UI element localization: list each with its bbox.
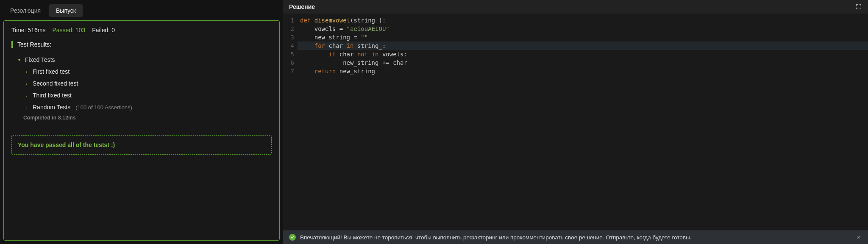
close-icon[interactable]: × <box>855 234 862 241</box>
stat-passed: Passed: 103 <box>52 27 85 33</box>
tree-item-label: Random Tests <box>33 104 70 111</box>
editor-panel: Решение 1234567 def disemvowel(string_):… <box>283 0 868 244</box>
editor-title: Решение <box>289 3 315 10</box>
chevron-right-icon: › <box>24 69 29 74</box>
line-gutter: 1234567 <box>283 14 298 244</box>
stat-time: Time: 516ms <box>11 27 45 33</box>
stat-failed: Failed: 0 <box>92 27 115 33</box>
tab-resolution[interactable]: Резолюция <box>3 4 47 17</box>
editor-header: Решение <box>283 0 868 14</box>
toast-message: Впечатляющий! Вы можете не торопиться, ч… <box>300 234 851 241</box>
code-line[interactable]: if char not in vowels: <box>298 50 868 58</box>
header-accent-bar <box>11 41 13 48</box>
code-line[interactable]: return new_string <box>298 67 868 75</box>
chevron-right-icon: › <box>24 93 29 98</box>
code-line[interactable]: vowels = "aeiouAEIOU" <box>298 25 868 33</box>
test-results-label: Test Results: <box>17 41 51 48</box>
stats-row: Time: 516ms Passed: 103 Failed: 0 <box>11 27 272 33</box>
tab-release[interactable]: Выпуск <box>49 4 83 17</box>
pass-banner: You have passed all of the tests! :) <box>11 135 272 155</box>
completed-text: Completed in 8.12ms <box>11 115 272 121</box>
code-line[interactable]: def disemvowel(string_): <box>298 16 868 25</box>
tree-item-label: Second fixed test <box>33 80 78 87</box>
tree-item-label: Third fixed test <box>33 92 72 99</box>
expand-icon[interactable] <box>855 3 862 10</box>
tree-group-fixed-tests[interactable]: ▾ Fixed Tests <box>11 54 272 66</box>
check-circle-icon <box>289 234 296 241</box>
tree-item-second[interactable]: › Second fixed test <box>11 78 272 89</box>
tabs-row: Резолюция Выпуск <box>0 0 283 20</box>
test-results-header: Test Results: <box>11 41 272 48</box>
code-area[interactable]: 1234567 def disemvowel(string_): vowels … <box>283 14 868 244</box>
tree-item-annotation: (100 of 100 Assertions) <box>75 104 132 111</box>
chevron-down-icon: ▾ <box>17 58 22 62</box>
code-line[interactable]: new_string = "" <box>298 33 868 42</box>
chevron-right-icon: › <box>24 81 29 86</box>
code-line[interactable]: for char in string_: <box>298 42 868 50</box>
chevron-right-icon: › <box>24 105 29 110</box>
tree-item-label: First fixed test <box>33 68 70 75</box>
results-panel: Резолюция Выпуск Time: 516ms Passed: 103… <box>0 0 283 244</box>
success-toast: Впечатляющий! Вы можете не торопиться, ч… <box>283 230 868 244</box>
tree-group-label: Fixed Tests <box>25 56 55 63</box>
tree-item-random[interactable]: › Random Tests (100 of 100 Assertions) <box>11 101 272 113</box>
code-line[interactable]: new_string += char <box>298 58 868 67</box>
tree-item-third[interactable]: › Third fixed test <box>11 89 272 101</box>
tree-item-first[interactable]: › First fixed test <box>11 66 272 78</box>
code-lines[interactable]: def disemvowel(string_): vowels = "aeiou… <box>298 14 868 244</box>
results-box: Time: 516ms Passed: 103 Failed: 0 Test R… <box>3 20 280 241</box>
